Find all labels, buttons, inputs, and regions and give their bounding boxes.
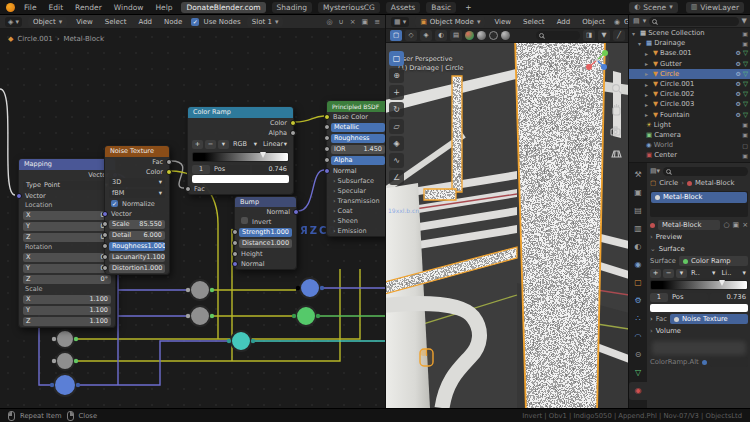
outliner-search-input[interactable] (649, 17, 738, 26)
input-socket[interactable] (102, 265, 108, 271)
tab-particles[interactable]: ∴ (629, 310, 647, 328)
section-specular[interactable]: ›Specular (327, 186, 385, 196)
vector-input-socket[interactable] (16, 193, 22, 199)
shading-solid-icon[interactable] (477, 31, 486, 40)
color-mode-dropdown[interactable]: RGB▾ (231, 140, 259, 149)
scene-selector[interactable]: ◐ Scene ▾ (629, 2, 678, 13)
outliner-row-center[interactable]: ▣ Center▣ (629, 150, 750, 160)
rotate-tool[interactable]: ↻ (389, 102, 404, 117)
tab-physics[interactable]: ◠ (629, 328, 647, 346)
input-socket[interactable] (232, 229, 238, 235)
expand-icon[interactable]: ▸ (645, 81, 651, 88)
overlay-toggle-icon[interactable]: ▣ (362, 18, 369, 26)
checkbox-icon[interactable]: ▣ (742, 30, 748, 37)
scale-tool[interactable]: ▱ (389, 119, 404, 134)
navigation-gizmo[interactable] (585, 48, 609, 72)
tab-render[interactable]: ▣ (629, 184, 647, 202)
tab-scene[interactable]: ◐ (629, 238, 647, 256)
shader-node-editor[interactable]: ◆ Circle.001 › Metal-Block ЯZC0d Mapping… (0, 29, 385, 408)
strength-slider[interactable]: Strength1.000 (235, 227, 296, 238)
outliner-row-scene-collection[interactable]: ▾▦ Scene Collection▣ (629, 28, 750, 38)
node-header[interactable]: Bump (235, 197, 296, 207)
menu-select[interactable]: Select (520, 18, 548, 26)
expand-icon[interactable]: ▸ (645, 101, 651, 108)
location-y-field[interactable]: Y0° (19, 221, 115, 232)
distance-slider[interactable]: Distance1.000 (235, 238, 296, 249)
hidden-node[interactable] (186, 280, 214, 300)
tab-constraints[interactable]: ⊝ (629, 346, 647, 364)
input-socket[interactable] (102, 232, 108, 238)
stop-color-swatch[interactable] (650, 304, 748, 312)
input-socket[interactable] (102, 254, 108, 260)
menu-add[interactable]: Add (554, 18, 574, 26)
menu-select[interactable]: Select (102, 18, 130, 26)
expand-icon[interactable]: ▸ (645, 60, 651, 67)
fac-output-socket[interactable] (166, 159, 172, 165)
tab-material[interactable]: ◉ (629, 382, 647, 400)
shading-material-preview-icon[interactable] (465, 31, 474, 40)
tab-object[interactable]: ▢ (629, 274, 647, 292)
position-value-field[interactable]: 0.746 (252, 165, 290, 174)
header-icon[interactable]: ▤ (450, 30, 462, 41)
expand-icon[interactable]: ▸ (645, 50, 651, 57)
unlink-icon[interactable]: × (742, 221, 748, 229)
input-socket[interactable] (102, 221, 108, 227)
filter-funnel-icon[interactable]: ▼ (742, 17, 747, 25)
gizmos-toggle-icon[interactable]: ╱ (613, 30, 625, 41)
roughness-slider[interactable]: Roughness1.000 (105, 241, 169, 252)
menu-edit[interactable]: Edit (46, 3, 67, 12)
stop-color-swatch[interactable] (192, 175, 289, 183)
color-output-socket[interactable] (166, 169, 172, 175)
tab-modifiers[interactable]: ⚙ (629, 292, 647, 310)
tab-world[interactable]: ◉ (629, 256, 647, 274)
workspace-tab-donateblender[interactable]: DonateBlender.com (181, 2, 265, 13)
node-bump[interactable]: Bump Normal Invert Strength1.000 Distanc… (234, 196, 297, 270)
hidden-node[interactable] (186, 306, 214, 326)
measure-tool[interactable]: ∠ (389, 170, 404, 185)
annotate-tool[interactable]: ∿ (389, 153, 404, 168)
outliner-row-world[interactable]: ◉ World▢ (629, 140, 750, 150)
overlays-dropdown-icon[interactable]: ▼ (598, 30, 610, 41)
blender-logo-icon[interactable] (6, 3, 15, 12)
input-socket[interactable] (324, 157, 330, 163)
snap-magnet-icon[interactable]: ∪ (339, 18, 344, 26)
fac-input-socket[interactable] (185, 186, 191, 192)
view-layer-selector[interactable]: ▥ ViewLayer (686, 2, 744, 13)
workspace-tab-shading[interactable]: Shading (272, 2, 312, 13)
input-socket[interactable] (102, 243, 108, 249)
ramp-options-button[interactable]: ▾ (676, 269, 687, 278)
position-value-field[interactable]: 0.736 (710, 293, 748, 302)
invert-toggle[interactable]: Invert (235, 217, 296, 227)
tab-tool[interactable]: ⚒ (629, 166, 647, 184)
distortion-slider[interactable]: Distortion1.000 (105, 263, 169, 274)
menu-render[interactable]: Render (72, 3, 105, 12)
rotation-z-field[interactable]: Z0° (19, 274, 115, 285)
rotation-y-field[interactable]: Y0° (19, 263, 115, 274)
scale-slider[interactable]: Scale85.550 (105, 219, 169, 230)
transform-tool[interactable]: ◈ (389, 136, 404, 151)
menu-view[interactable]: View (491, 18, 514, 26)
surface-shader-field[interactable]: Color Ramp (679, 256, 748, 266)
outliner-row-circle001[interactable]: ▸▼ Circle.001⚙▽ (629, 79, 750, 89)
outliner-row-circle002[interactable]: ▸▼ Circle.002⚙▽ (629, 89, 750, 99)
header-icon[interactable]: ◐ (435, 30, 447, 41)
outliner-row-fountain[interactable]: ▸▼ Fountain⚙▽ (629, 110, 750, 120)
outliner-row-circle[interactable]: ▸▼ Circle⚙▽ (629, 69, 750, 79)
alpha-output-socket[interactable] (290, 130, 296, 136)
normal-input-socket[interactable] (232, 261, 238, 267)
use-nodes-toggle[interactable]: ✓ Use Nodes (191, 18, 240, 26)
workspace-tab-basic[interactable]: Basic (426, 2, 456, 13)
input-socket[interactable] (324, 146, 330, 152)
location-x-field[interactable]: X0° (19, 210, 115, 221)
section-surface[interactable]: ⌄Surface (650, 243, 748, 255)
fake-user-icon[interactable]: ○ (723, 221, 729, 229)
node-principled-bsdf[interactable]: Principled BSDF Base Color Metallic Roug… (326, 100, 385, 237)
input-socket[interactable] (324, 135, 330, 141)
hidden-node[interactable] (50, 374, 80, 396)
expand-icon[interactable]: ▸ (645, 91, 651, 98)
expand-icon[interactable]: ▸ (645, 111, 651, 118)
header-icon[interactable]: ◇ (405, 30, 417, 41)
viewport-scene[interactable] (386, 43, 629, 408)
section-sheen[interactable]: ›Sheen (327, 216, 385, 226)
metallic-slider[interactable]: Metallic (327, 122, 385, 133)
